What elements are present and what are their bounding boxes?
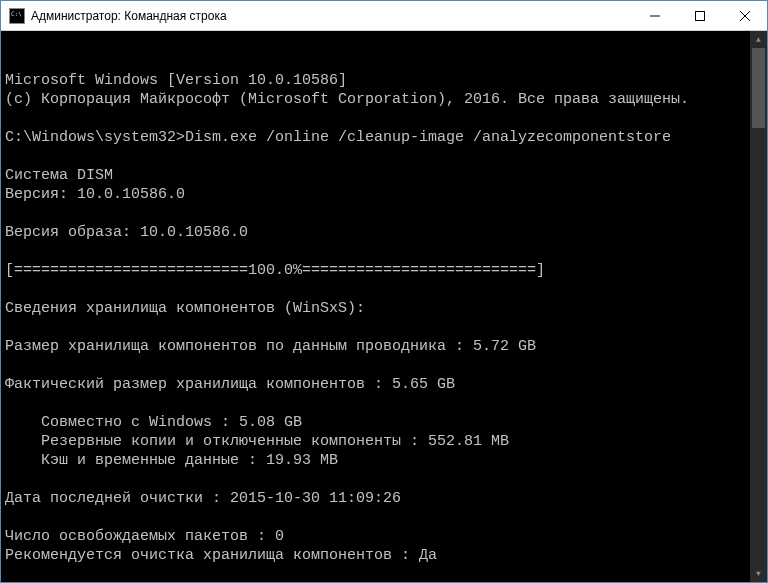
terminal-line: Совместно с Windows : 5.08 GB (5, 413, 763, 432)
terminal-line (5, 508, 763, 527)
terminal-line (5, 204, 763, 223)
terminal-line: Число освобождаемых пакетов : 0 (5, 527, 763, 546)
terminal-line: Версия образа: 10.0.10586.0 (5, 223, 763, 242)
svg-rect-1 (695, 11, 704, 20)
terminal-line (5, 147, 763, 166)
titlebar[interactable]: Администратор: Командная строка (1, 1, 767, 31)
cmd-icon (9, 8, 25, 24)
minimize-icon (650, 11, 660, 21)
terminal-line: (c) Корпорация Майкрософт (Microsoft Cor… (5, 90, 763, 109)
terminal-line (5, 470, 763, 489)
terminal-line (5, 565, 763, 582)
terminal-line: Резервные копии и отключенные компоненты… (5, 432, 763, 451)
maximize-icon (695, 11, 705, 21)
terminal-line (5, 109, 763, 128)
maximize-button[interactable] (677, 1, 722, 30)
scroll-thumb[interactable] (752, 48, 765, 128)
terminal-line: C:\Windows\system32>Dism.exe /online /cl… (5, 128, 763, 147)
terminal-line: Размер хранилища компонентов по данным п… (5, 337, 763, 356)
terminal-line: Сведения хранилища компонентов (WinSxS): (5, 299, 763, 318)
terminal-line: Cистема DISM (5, 166, 763, 185)
terminal-line: Фактический размер хранилища компонентов… (5, 375, 763, 394)
close-icon (740, 11, 750, 21)
terminal-line: Microsoft Windows [Version 10.0.10586] (5, 71, 763, 90)
terminal-line (5, 394, 763, 413)
close-button[interactable] (722, 1, 767, 30)
window-title: Администратор: Командная строка (31, 9, 632, 23)
window-controls (632, 1, 767, 30)
scrollbar[interactable]: ▲ ▼ (750, 31, 767, 582)
command-prompt-window: Администратор: Командная строка Microsof… (0, 0, 768, 583)
terminal-line: Дата последней очистки : 2015-10-30 11:0… (5, 489, 763, 508)
terminal-line (5, 318, 763, 337)
terminal-line: [==========================100.0%=======… (5, 261, 763, 280)
terminal-line: Версия: 10.0.10586.0 (5, 185, 763, 204)
terminal-line (5, 280, 763, 299)
terminal-line (5, 356, 763, 375)
terminal-line: Рекомендуется очистка хранилища компонен… (5, 546, 763, 565)
scroll-up-arrow-icon[interactable]: ▲ (750, 31, 767, 48)
terminal-text: Microsoft Windows [Version 10.0.10586](c… (5, 71, 763, 582)
terminal-line (5, 242, 763, 261)
terminal-line: Кэш и временные данные : 19.93 MB (5, 451, 763, 470)
terminal-output[interactable]: Microsoft Windows [Version 10.0.10586](c… (1, 31, 767, 582)
scroll-down-arrow-icon[interactable]: ▼ (750, 565, 767, 582)
minimize-button[interactable] (632, 1, 677, 30)
